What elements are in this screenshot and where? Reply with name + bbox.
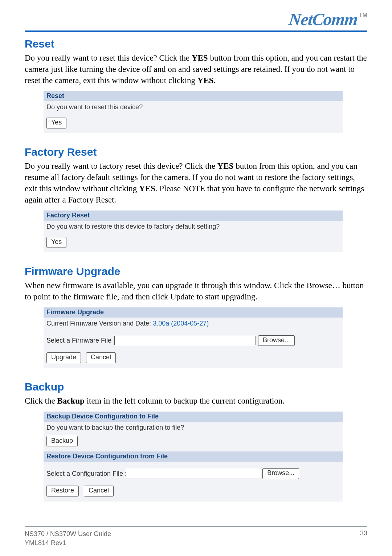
brand-logo: NetComm TM — [289, 11, 367, 28]
brand-name: NetComm — [288, 11, 359, 28]
restore-file-label: Select a Configuration File : — [46, 470, 127, 478]
factory-question: Do you want to restore this device to fa… — [46, 223, 340, 230]
text: Click the — [25, 396, 57, 405]
backup-button[interactable]: Backup — [46, 436, 78, 447]
firmware-file-label: Select a Firmware File : — [46, 337, 115, 344]
firmware-panel-body: Current Firmware Version and Date: 3.00a… — [44, 318, 343, 368]
reset-paragraph: Do you really want to reset this device?… — [25, 52, 367, 86]
bold-yes: YES — [139, 184, 155, 193]
firmware-upgrade-button[interactable]: Upgrade — [46, 352, 81, 363]
restore-panel-body: Select a Configuration File : Browse... … — [44, 462, 343, 501]
footer-guide-title: NS370 / NS370W User Guide — [25, 530, 111, 538]
bold-yes: YES — [217, 162, 234, 171]
restore-browse-button[interactable]: Browse... — [262, 468, 299, 479]
factory-panel: Factory Reset Do you want to restore thi… — [44, 210, 343, 252]
factory-panel-title: Factory Reset — [44, 210, 343, 221]
heading-factory-reset: Factory Reset — [25, 146, 367, 158]
heading-firmware: Firmware Upgrade — [25, 265, 367, 278]
bold-backup: Backup — [57, 396, 84, 405]
factory-panel-body: Do you want to restore this device to fa… — [44, 221, 343, 252]
reset-panel-title: Reset — [44, 91, 343, 101]
bold-yes: YES — [197, 76, 214, 85]
footer-left: NS370 / NS370W User Guide YML814 Rev1 — [25, 530, 111, 547]
reset-yes-button[interactable]: Yes — [46, 118, 66, 128]
text: Do you really want to factory reset this… — [25, 162, 217, 171]
footer-revision: YML814 Rev1 — [25, 539, 111, 547]
firmware-panel-title: Firmware Upgrade — [44, 307, 343, 318]
firmware-current-version: Current Firmware Version and Date: 3.00a… — [46, 320, 340, 327]
spacer — [25, 256, 367, 259]
backup-question: Do you want to backup the configuration … — [46, 424, 340, 432]
restore-file-row: Select a Configuration File : Browse... — [46, 468, 340, 479]
backup-panel-title: Backup Device Configuration to File — [44, 412, 343, 422]
firmware-browse-button[interactable]: Browse... — [258, 335, 295, 346]
factory-yes-button[interactable]: Yes — [46, 237, 66, 248]
brand-tm: TM — [359, 12, 367, 19]
spacer — [25, 371, 367, 375]
backup-panel: Backup Device Configuration to File Do y… — [44, 412, 343, 502]
page-footer: NS370 / NS370W User Guide YML814 Rev1 33 — [25, 526, 367, 547]
heading-reset: Reset — [25, 38, 367, 50]
factory-paragraph: Do you really want to factory reset this… — [25, 160, 367, 205]
firmware-panel: Firmware Upgrade Current Firmware Versio… — [44, 307, 343, 368]
firmware-file-row: Select a Firmware File : Browse... — [46, 335, 340, 346]
firmware-version-value: 3.00a (2004-05-27) — [153, 320, 209, 327]
spacer — [25, 136, 367, 140]
footer-page-number: 33 — [360, 530, 367, 537]
text: . — [214, 76, 216, 85]
reset-question: Do you want to reset this device? — [46, 103, 340, 111]
page-container: NetComm TM Reset Do you really want to r… — [0, 0, 392, 556]
reset-panel: Reset Do you want to reset this device? … — [44, 91, 343, 133]
restore-file-input[interactable] — [126, 469, 260, 478]
restore-button[interactable]: Restore — [46, 486, 79, 496]
text: item in the left column to backup the cu… — [85, 396, 285, 405]
firmware-current-label: Current Firmware Version and Date: — [46, 320, 153, 327]
header-rule: NetComm TM — [25, 9, 367, 32]
backup-paragraph: Click the Backup item in the left column… — [25, 395, 367, 406]
heading-backup: Backup — [25, 381, 367, 393]
firmware-paragraph: When new firmware is available, you can … — [25, 280, 367, 302]
text: Do you really want to reset this device?… — [25, 53, 192, 62]
firmware-cancel-button[interactable]: Cancel — [86, 352, 116, 363]
backup-panel-body: Do you want to backup the configuration … — [44, 422, 343, 452]
bold-yes: YES — [192, 53, 208, 62]
restore-panel-title: Restore Device Configuration from File — [44, 451, 343, 462]
firmware-file-input[interactable] — [114, 336, 256, 345]
reset-panel-body: Do you want to reset this device? Yes — [44, 101, 343, 133]
restore-cancel-button[interactable]: Cancel — [84, 486, 114, 496]
